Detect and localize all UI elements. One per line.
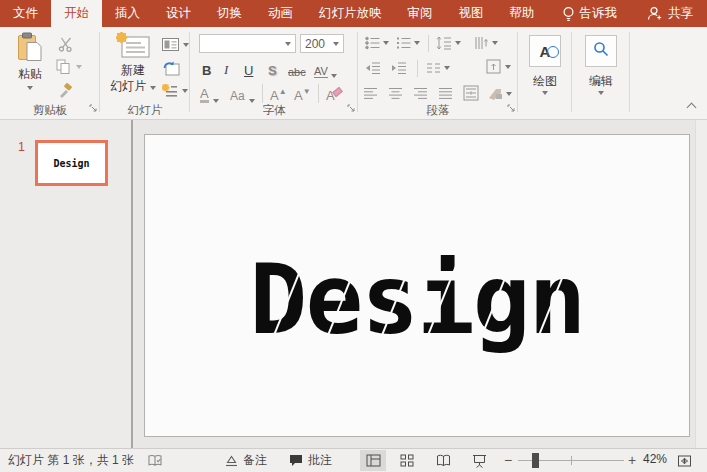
bold-button[interactable]: B <box>202 60 211 78</box>
editing-label: 编辑 <box>572 73 630 90</box>
decrease-indent-button[interactable] <box>365 61 381 75</box>
justify-button[interactable] <box>438 87 453 100</box>
columns-caret[interactable] <box>444 66 450 70</box>
tab-help[interactable]: 帮助 <box>497 0 548 27</box>
slideshow-view-button[interactable] <box>466 450 492 471</box>
lightbulb-icon <box>562 6 575 22</box>
align-text-button[interactable] <box>486 59 511 75</box>
proofing-icon[interactable] <box>148 454 163 467</box>
tab-file[interactable]: 文件 <box>0 0 51 27</box>
paste-button[interactable]: 粘贴 <box>10 32 50 90</box>
text-shadow-button[interactable]: S <box>268 60 277 78</box>
copy-button[interactable] <box>56 59 82 75</box>
new-slide-icon <box>116 32 150 61</box>
titlebar-right: 告诉我 共享 <box>562 0 707 27</box>
slide-thumbnail-1[interactable]: Design <box>35 140 108 186</box>
font-name-caret[interactable] <box>285 42 291 46</box>
workspace: 1 Design Design <box>0 120 707 448</box>
tell-me-button[interactable]: 告诉我 <box>562 5 618 22</box>
slide-canvas[interactable]: Design <box>144 134 690 437</box>
zoom-out-button[interactable]: − <box>504 451 512 469</box>
section-button[interactable] <box>162 84 188 98</box>
clipboard-dialog-launcher[interactable] <box>89 98 97 116</box>
vertical-scrollbar[interactable] <box>695 120 707 448</box>
text-direction-button[interactable] <box>474 36 498 50</box>
paragraph-group-label: 段落 <box>358 103 518 118</box>
tab-transitions[interactable]: 切换 <box>204 0 255 27</box>
bullets-caret[interactable] <box>383 41 389 45</box>
tab-design[interactable]: 设计 <box>153 0 204 27</box>
new-slide-button[interactable]: 新建 幻灯片 <box>106 32 160 93</box>
smartart-caret[interactable] <box>506 92 512 96</box>
numbering-caret[interactable] <box>414 41 420 45</box>
tab-insert[interactable]: 插入 <box>102 0 153 27</box>
share-button[interactable]: 共享 <box>647 5 693 22</box>
drawing-icon: A <box>540 43 551 60</box>
line-spacing-caret[interactable] <box>455 41 461 45</box>
strikethrough-button[interactable]: abc <box>288 60 306 78</box>
new-slide-label-2: 幻灯片 <box>110 79 155 93</box>
character-spacing-caret[interactable] <box>331 74 337 78</box>
bullets-button[interactable] <box>365 36 389 50</box>
new-slide-caret[interactable] <box>150 86 156 90</box>
character-spacing-button[interactable]: AV <box>314 60 337 78</box>
italic-button[interactable]: I <box>224 60 228 78</box>
font-color-button[interactable]: A <box>200 85 219 103</box>
font-group-label: 字体 <box>190 103 358 118</box>
reset-slide-button[interactable] <box>163 60 180 76</box>
line-spacing-button[interactable] <box>436 36 461 50</box>
change-case-button[interactable]: Aa <box>230 85 255 103</box>
increase-indent-button[interactable] <box>391 61 407 75</box>
tab-slideshow[interactable]: 幻灯片放映 <box>306 0 395 27</box>
tab-animations[interactable]: 动画 <box>255 0 306 27</box>
align-center-button[interactable] <box>388 87 403 100</box>
copy-dropdown-caret[interactable] <box>76 65 82 69</box>
notes-button[interactable]: 备注 <box>225 452 267 469</box>
paragraph-dialog-launcher[interactable] <box>507 98 515 116</box>
drawing-caret[interactable] <box>542 91 548 95</box>
tell-me-label: 告诉我 <box>580 5 618 22</box>
shrink-font-button[interactable]: A▼ <box>294 85 311 103</box>
columns-button[interactable] <box>426 61 450 75</box>
distribute-columns-button[interactable] <box>463 85 479 101</box>
zoom-slider-thumb[interactable] <box>532 453 539 468</box>
underline-button[interactable]: U <box>244 60 253 78</box>
editing-caret[interactable] <box>598 91 604 95</box>
tab-review[interactable]: 审阅 <box>395 0 446 27</box>
paste-dropdown-caret[interactable] <box>27 86 33 90</box>
editing-button[interactable] <box>585 35 617 67</box>
reading-view-button[interactable] <box>430 450 456 471</box>
ribbon: 粘贴 剪贴板 <box>0 27 707 120</box>
zoom-level[interactable]: 42% <box>643 452 667 466</box>
font-size-caret[interactable] <box>333 42 339 46</box>
slide-text-block[interactable]: Design <box>250 252 585 348</box>
tab-view[interactable]: 视图 <box>446 0 497 27</box>
notes-icon <box>225 455 238 467</box>
paste-icon <box>17 32 43 65</box>
slide-sorter-view-button[interactable] <box>394 450 420 471</box>
font-size-combobox[interactable]: 200 <box>300 34 344 53</box>
collapse-ribbon-button[interactable] <box>687 103 697 113</box>
comments-button[interactable]: 批注 <box>289 452 332 469</box>
layout-button[interactable] <box>162 38 189 51</box>
numbering-button[interactable] <box>396 36 420 50</box>
normal-view-button[interactable] <box>360 450 386 471</box>
paste-label: 粘贴 <box>18 67 42 81</box>
zoom-in-button[interactable]: + <box>628 451 636 469</box>
format-painter-button[interactable] <box>58 83 74 98</box>
text-direction-caret[interactable] <box>492 41 498 45</box>
font-dialog-launcher[interactable] <box>347 98 355 116</box>
fit-slide-to-window-button[interactable] <box>671 450 697 471</box>
font-size-value: 200 <box>305 37 325 51</box>
drawing-button[interactable]: A <box>529 35 561 67</box>
align-right-button[interactable] <box>413 87 428 100</box>
cut-button[interactable] <box>58 37 74 52</box>
font-name-combobox[interactable] <box>199 34 296 53</box>
grow-font-button[interactable]: A▲ <box>270 85 287 103</box>
clear-formatting-button[interactable]: A <box>326 85 342 103</box>
layout-caret[interactable] <box>183 43 189 47</box>
align-text-caret[interactable] <box>505 65 511 69</box>
section-caret[interactable] <box>182 89 188 93</box>
tab-home[interactable]: 开始 <box>51 0 102 27</box>
align-left-button[interactable] <box>363 87 378 100</box>
